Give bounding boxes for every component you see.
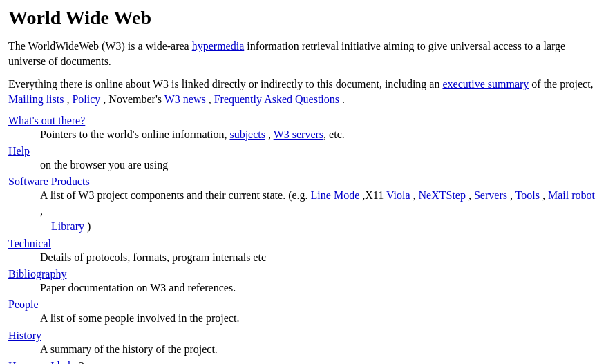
page-title: World Wide Web xyxy=(8,7,598,29)
how-can-i-help-suffix: ? xyxy=(76,360,84,364)
library-link[interactable]: Library xyxy=(51,220,84,232)
section-technical: Technical Details of protocols, formats,… xyxy=(8,238,598,265)
w3-servers-link[interactable]: W3 servers xyxy=(274,128,323,140)
line-mode-link[interactable]: Line Mode xyxy=(311,189,360,201)
people-desc: A list of some people involved in the pr… xyxy=(40,311,598,326)
mail-robot-link[interactable]: Mail robot xyxy=(548,189,595,201)
software-products-link[interactable]: Software Products xyxy=(8,175,598,188)
section-software-products: Software Products A list of W3 project c… xyxy=(8,175,598,234)
section-help: Help on the browser you are using xyxy=(8,145,598,173)
software-products-desc: A list of W3 project components and thei… xyxy=(40,188,598,234)
section-bibliography: Bibliography Paper documentation on W3 a… xyxy=(8,268,598,296)
help-link[interactable]: Help xyxy=(8,145,598,157)
section-whats-out-there: What's out there? Pointers to the world'… xyxy=(8,115,598,142)
tools-link[interactable]: Tools xyxy=(515,189,540,201)
help-desc: on the browser you are using xyxy=(40,157,598,173)
w3-news-link[interactable]: W3 news xyxy=(164,93,206,105)
history-link[interactable]: History xyxy=(8,329,598,342)
subjects-link[interactable]: subjects xyxy=(229,128,265,140)
history-desc: A summary of the history of the project. xyxy=(40,342,598,357)
intro-paragraph-1: The WorldWideWeb (W3) is a wide-area hyp… xyxy=(8,39,598,70)
bibliography-link[interactable]: Bibliography xyxy=(8,268,598,280)
section-how-can-i-help: How can I help ? If you would like to su… xyxy=(8,360,598,364)
how-can-i-help-container: How can I help ? xyxy=(8,360,84,364)
how-can-i-help-link[interactable]: How can I help xyxy=(8,360,76,364)
hypermedia-link[interactable]: hypermedia xyxy=(192,40,245,52)
nextstep-link[interactable]: NeXTStep xyxy=(419,189,466,201)
executive-summary-link[interactable]: executive summary xyxy=(442,78,529,90)
section-history: History A summary of the history of the … xyxy=(8,329,598,357)
intro-paragraph-2: Everything there is online about W3 is l… xyxy=(8,77,598,108)
sections-list: What's out there? Pointers to the world'… xyxy=(8,115,598,364)
whats-out-there-desc: Pointers to the world's online informati… xyxy=(40,127,598,142)
policy-link[interactable]: Policy xyxy=(72,93,100,105)
technical-desc: Details of protocols, formats, program i… xyxy=(40,250,598,265)
whats-out-there-link[interactable]: What's out there? xyxy=(8,115,598,127)
technical-link[interactable]: Technical xyxy=(8,238,598,250)
viola-link[interactable]: Viola xyxy=(386,189,410,201)
people-link[interactable]: People xyxy=(8,298,598,311)
section-people: People A list of some people involved in… xyxy=(8,298,598,326)
bibliography-desc: Paper documentation on W3 and references… xyxy=(40,280,598,296)
servers-link[interactable]: Servers xyxy=(474,189,507,201)
faq-link[interactable]: Frequently Asked Questions xyxy=(214,93,339,105)
mailing-lists-link[interactable]: Mailing lists xyxy=(8,93,64,105)
